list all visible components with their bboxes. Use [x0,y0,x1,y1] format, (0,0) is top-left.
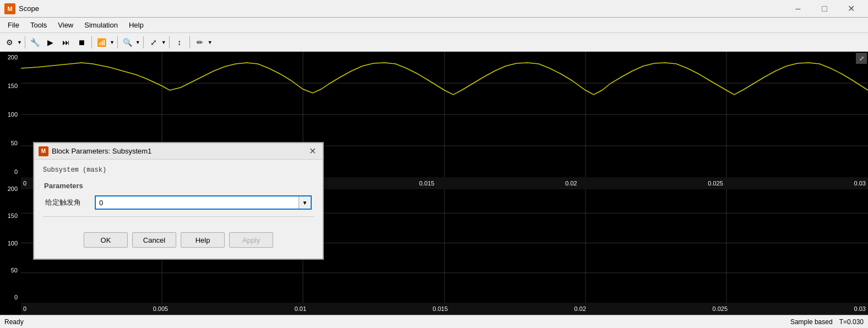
expand-button[interactable]: ⤢ [856,53,867,64]
sep5 [169,36,170,48]
dialog-section-label: Parameters [43,182,314,190]
param-input-wrap: ▼ [95,195,312,210]
dialog-subtitle: Subsystem (mask) [43,166,314,174]
title-bar: M Scope – □ ✕ [0,0,868,18]
maximize-button[interactable]: □ [812,0,837,18]
fit-dropdown-arrow[interactable]: ▼ [161,40,166,45]
y-label-200-bot: 200 [1,185,20,192]
autoscale-button[interactable]: ↕ [172,35,187,50]
x-label-0025-mid: 0.025 [708,180,723,187]
dialog-icon: M [39,146,48,156]
param-label: 给定触发角 [45,198,95,207]
step-fwd-button[interactable]: ⏭ [59,35,73,50]
x-label-0-mid: 0 [23,180,26,187]
menu-simulation[interactable]: Simulation [79,19,123,31]
x-label-0005: 0.005 [153,305,169,312]
settings-dropdown-arrow[interactable]: ▼ [17,40,22,45]
status-right: Sample based T=0.030 [790,318,864,326]
block-parameters-dialog: M Block Parameters: Subsystem1 ✕ Subsyst… [33,142,324,260]
status-bar: Ready Sample based T=0.030 [0,315,868,328]
param-row: 给定触发角 ▼ [43,195,314,210]
y-labels-top: 200 150 100 50 0 [0,52,21,177]
zoom-group: 🔍 ▼ [121,35,140,50]
param-dropdown-arrow[interactable]: ▼ [299,196,311,209]
tools-button[interactable]: 🔧 [28,35,42,50]
sep6 [189,36,190,48]
pen-dropdown-arrow[interactable]: ▼ [208,40,213,45]
zoom-dropdown-arrow[interactable]: ▼ [135,40,140,45]
x-label-0: 0 [23,305,26,312]
help-button[interactable]: Help [181,232,225,248]
settings-group: ⚙ ▼ [2,35,22,50]
x-label-002-mid: 0.02 [565,180,577,187]
pen-group: ✏ ▼ [193,35,213,50]
dialog-divider [43,216,314,217]
sep2 [91,36,92,48]
y-label-0-bot: 0 [1,294,20,300]
y-label-100-top: 100 [1,111,20,118]
time-display: T=0.030 [839,318,864,326]
x-label-003-mid: 0.03 [854,180,866,187]
signal-group: 📶 ▼ [95,35,115,50]
menu-file[interactable]: File [2,19,25,31]
sep1 [25,36,25,48]
dialog-close-button[interactable]: ✕ [306,145,318,157]
sep3 [117,36,118,48]
window-controls: – □ ✕ [785,0,864,18]
y-label-0-top: 0 [1,168,20,175]
menu-view[interactable]: View [52,19,79,31]
x-labels-bottom: 0 0.005 0.01 0.015 0.02 0.025 0.03 [21,303,868,315]
signal-dropdown-arrow[interactable]: ▼ [110,40,115,45]
y-label-100-bot: 100 [1,240,20,247]
apply-button[interactable]: Apply [229,232,273,248]
dialog-title: Block Parameters: Subsystem1 [52,147,306,155]
x-label-003: 0.03 [854,305,866,312]
y-label-50-bot: 50 [1,267,20,274]
y-label-150-bot: 150 [1,212,20,219]
settings-button[interactable]: ⚙ [2,35,17,50]
stop-button[interactable]: ⏹ [74,35,89,50]
signal-button[interactable]: 📶 [95,35,109,50]
fit-button[interactable]: ⤢ [147,35,161,50]
menu-help[interactable]: Help [123,19,149,31]
cancel-button[interactable]: Cancel [132,232,176,248]
ok-button[interactable]: OK [84,232,128,248]
y-label-150-top: 150 [1,83,20,89]
x-label-0015-mid: 0.015 [419,180,435,187]
menu-tools[interactable]: Tools [25,19,52,31]
dialog-titlebar[interactable]: M Block Parameters: Subsystem1 ✕ [34,143,323,160]
toolbar: ⚙ ▼ 🔧 ▶ ⏭ ⏹ 📶 ▼ 🔍 ▼ ⤢ ▼ ↕ ✏ ▼ [0,33,868,52]
menu-bar: File Tools View Simulation Help [0,18,868,33]
y-labels-bottom: 200 150 100 50 0 [0,183,21,303]
x-label-002: 0.02 [574,305,586,312]
close-button[interactable]: ✕ [838,0,864,18]
param-value-input[interactable] [95,195,312,210]
tools-group: 🔧 [28,35,42,50]
run-button[interactable]: ▶ [44,35,58,50]
fit-group: ⤢ ▼ [147,35,166,50]
sep4 [143,36,144,48]
app-icon: M [4,3,15,14]
y-label-50-top: 50 [1,140,20,146]
minimize-button[interactable]: – [785,0,811,18]
pen-button[interactable]: ✏ [193,35,207,50]
y-label-200-top: 200 [1,54,20,61]
dialog-buttons: OK Cancel Help Apply [43,228,314,250]
x-label-0015: 0.015 [433,305,448,312]
sample-based: Sample based [790,318,833,326]
zoom-in-button[interactable]: 🔍 [121,35,135,50]
window-title: Scope [19,4,785,13]
dialog-body: Subsystem (mask) Parameters 给定触发角 ▼ OK C… [34,160,323,259]
x-label-001: 0.01 [295,305,306,312]
status-ready: Ready [4,318,24,326]
x-label-0025: 0.025 [713,305,728,312]
